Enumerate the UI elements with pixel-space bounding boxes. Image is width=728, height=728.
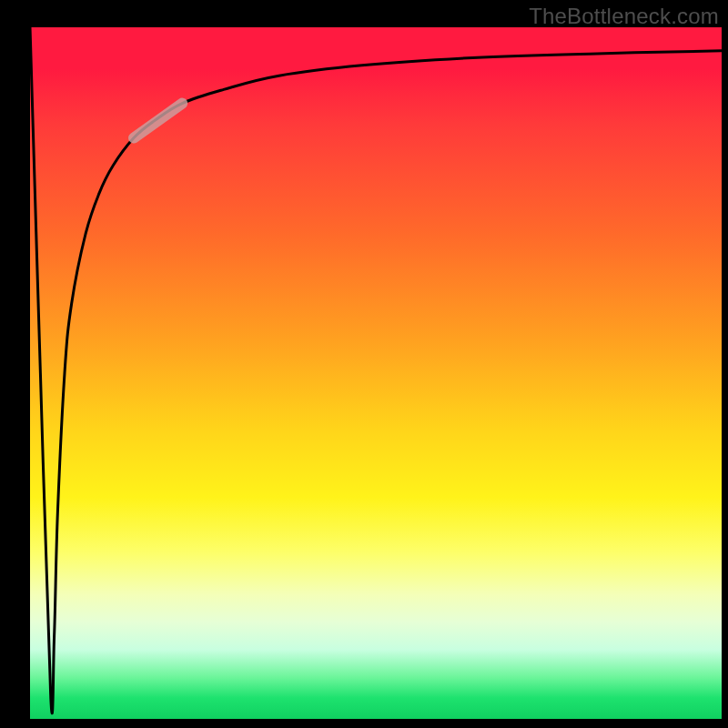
bottleneck-curve <box>30 27 722 713</box>
plot-area <box>30 27 722 719</box>
watermark-text: TheBottleneck.com <box>529 4 719 29</box>
chart-frame: TheBottleneck.com <box>0 0 728 728</box>
highlight-segment <box>134 104 182 138</box>
curve-layer <box>30 27 722 719</box>
